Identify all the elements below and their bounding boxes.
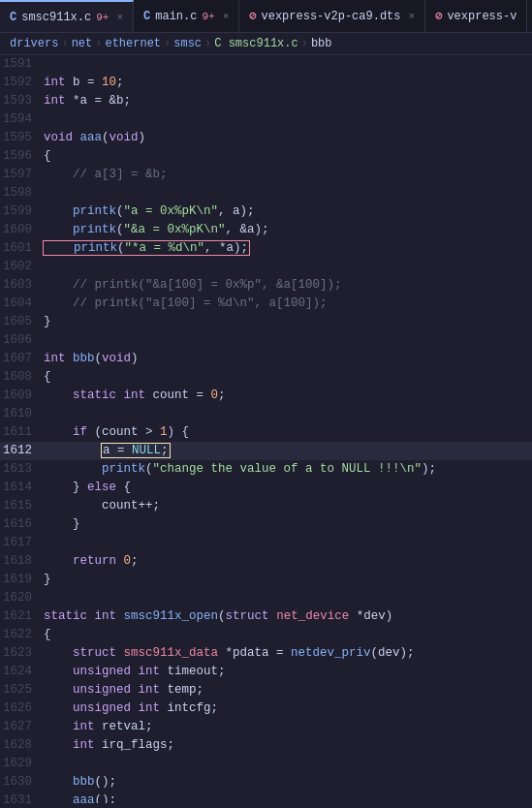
- line-num-1613: 1613: [0, 460, 44, 479]
- breadcrumb-symbol[interactable]: bbb: [311, 37, 332, 50]
- line-num-1625: 1625: [0, 681, 44, 699]
- code-content-1618: return 0;: [44, 552, 532, 571]
- line-num-1630: 1630: [0, 773, 44, 792]
- line-num-1618: 1618: [0, 552, 44, 571]
- code-row-1592: 1592 int b = 10;: [0, 74, 532, 92]
- code-row-1604: 1604 // printk("a[100] = %d\n", a[100]);: [0, 295, 532, 313]
- code-content-1597: // a[3] = &b;: [44, 166, 532, 184]
- tab-bar: C smsc911x.c 9+ × C main.c 9+ × ⊘ vexpre…: [0, 0, 532, 33]
- breadcrumb-sep1: ›: [61, 37, 68, 50]
- line-num-1603: 1603: [0, 276, 44, 295]
- tab-label-smsc911x: smsc911x.c: [21, 11, 91, 24]
- code-content-1611: if (count > 1) {: [44, 423, 532, 442]
- line-num-1593: 1593: [0, 92, 44, 110]
- code-row-1599: 1599 printk("a = 0x%pK\n", a);: [0, 202, 532, 221]
- code-row-1603: 1603 // printk("&a[100] = 0x%p", &a[100]…: [0, 276, 532, 295]
- code-content-1607: int bbb(void): [44, 350, 532, 368]
- tab-close-vexpress1[interactable]: ×: [409, 11, 416, 22]
- code-row-1608: 1608 {: [0, 368, 532, 387]
- code-row-1615: 1615 count++;: [0, 497, 532, 515]
- code-row-1594: 1594: [0, 110, 532, 129]
- code-content-1605: }: [44, 313, 532, 331]
- code-content-1631: aaa();: [44, 792, 532, 803]
- line-num-1627: 1627: [0, 718, 44, 736]
- code-content-1624: unsigned int timeout;: [44, 663, 532, 681]
- code-content-1595: void aaa(void): [44, 129, 532, 147]
- code-content-1613: printk("change the value of a to NULL !!…: [44, 460, 532, 479]
- line-num-1623: 1623: [0, 644, 44, 663]
- tab-icon-ts1: ⊘: [249, 9, 256, 23]
- code-row-1596: 1596 {: [0, 147, 532, 166]
- line-num-1601: 1601: [0, 239, 44, 258]
- code-row-1607: 1607 int bbb(void): [0, 350, 532, 368]
- code-content-1601: printk("*a = %d\n", *a);: [44, 239, 532, 258]
- breadcrumb-net[interactable]: net: [72, 37, 93, 50]
- code-content-1612: a = NULL;: [44, 442, 532, 460]
- breadcrumb-smsc[interactable]: smsc: [173, 37, 202, 50]
- code-row-1613: 1613 printk("change the value of a to NU…: [0, 460, 532, 479]
- tab-icon-c2: C: [143, 10, 150, 23]
- code-content-1623: struct smsc911x_data *pdata = netdev_pri…: [44, 644, 532, 663]
- breadcrumb-file[interactable]: C smsc911x.c: [214, 37, 297, 50]
- tab-vexpress2[interactable]: ⊘ vexpress-v: [425, 0, 527, 32]
- tab-label-vexpress2: vexpress-v: [447, 10, 516, 23]
- code-row-1598: 1598: [0, 184, 532, 202]
- code-row-1628: 1628 int irq_flags;: [0, 736, 532, 755]
- code-row-1610: 1610: [0, 405, 532, 423]
- code-content-1600: printk("&a = 0x%pK\n", &a);: [44, 221, 532, 239]
- tab-label-vexpress1: vexpress-v2p-ca9.dts: [262, 10, 401, 23]
- line-num-1596: 1596: [0, 147, 44, 166]
- code-row-1626: 1626 unsigned int intcfg;: [0, 699, 532, 718]
- line-num-1620: 1620: [0, 589, 44, 607]
- line-num-1604: 1604: [0, 295, 44, 313]
- line-num-1626: 1626: [0, 699, 44, 718]
- line-num-1610: 1610: [0, 405, 44, 423]
- line-num-1592: 1592: [0, 74, 44, 92]
- tab-vexpress1[interactable]: ⊘ vexpress-v2p-ca9.dts ×: [239, 0, 425, 32]
- code-row-1601: 1601 printk("*a = %d\n", *a);: [0, 239, 532, 258]
- code-content-1593: int *a = &b;: [44, 92, 532, 110]
- line-num-1599: 1599: [0, 202, 44, 221]
- breadcrumb-sep5: ›: [301, 37, 308, 50]
- line-num-1612: 1612: [0, 442, 44, 460]
- code-content-1616: }: [44, 515, 532, 534]
- code-content-1615: count++;: [44, 497, 532, 515]
- code-row-1622: 1622 {: [0, 626, 532, 644]
- code-row-1600: 1600 printk("&a = 0x%pK\n", &a);: [0, 221, 532, 239]
- line-num-1608: 1608: [0, 368, 44, 387]
- code-row-1593: 1593 int *a = &b;: [0, 92, 532, 110]
- code-row-1597: 1597 // a[3] = &b;: [0, 166, 532, 184]
- code-row-1611: 1611 if (count > 1) {: [0, 423, 532, 442]
- code-row-1591: 1591: [0, 55, 532, 74]
- code-row-1602: 1602: [0, 258, 532, 276]
- line-num-1594: 1594: [0, 110, 44, 129]
- line-num-1616: 1616: [0, 515, 44, 534]
- code-row-1629: 1629: [0, 755, 532, 773]
- breadcrumb-drivers[interactable]: drivers: [10, 37, 58, 50]
- code-content-1622: {: [44, 626, 532, 644]
- code-content-1619: }: [44, 571, 532, 589]
- breadcrumb-ethernet[interactable]: ethernet: [105, 37, 161, 50]
- code-content-1608: {: [44, 368, 532, 387]
- code-row-1631: 1631 aaa();: [0, 792, 532, 803]
- code-row-1618: 1618 return 0;: [0, 552, 532, 571]
- tab-main[interactable]: C main.c 9+ ×: [134, 0, 239, 32]
- tab-label-main: main.c: [155, 10, 197, 23]
- line-num-1609: 1609: [0, 387, 44, 405]
- line-num-1606: 1606: [0, 331, 44, 350]
- tab-close-smsc911x[interactable]: ×: [116, 12, 123, 23]
- tab-smsc911x[interactable]: C smsc911x.c 9+ ×: [0, 0, 134, 32]
- tab-close-main[interactable]: ×: [223, 11, 230, 22]
- tab-icon-c: C: [10, 11, 16, 24]
- breadcrumb: drivers › net › ethernet › smsc › C smsc…: [0, 33, 532, 55]
- code-content-1628: int irq_flags;: [44, 736, 532, 755]
- code-content-1630: bbb();: [44, 773, 532, 792]
- code-content-1596: {: [44, 147, 532, 166]
- tab-badge-smsc911x: 9+: [96, 12, 109, 23]
- line-num-1607: 1607: [0, 350, 44, 368]
- tab-icon-ts2: ⊘: [435, 9, 442, 23]
- code-row-1625: 1625 unsigned int temp;: [0, 681, 532, 699]
- line-num-1598: 1598: [0, 184, 44, 202]
- line-num-1629: 1629: [0, 755, 44, 773]
- code-row-1614: 1614 } else {: [0, 479, 532, 497]
